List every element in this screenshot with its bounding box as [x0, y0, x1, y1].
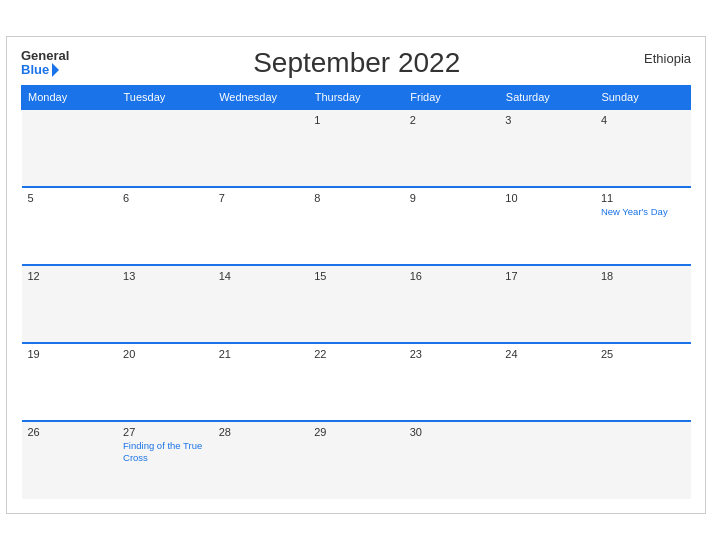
- day-number: 4: [601, 114, 685, 126]
- day-number: 29: [314, 426, 398, 438]
- logo-general-text: General: [21, 49, 69, 63]
- calendar-cell: [213, 109, 309, 187]
- day-number: 21: [219, 348, 303, 360]
- header-thursday: Thursday: [308, 86, 404, 110]
- calendar-cell: 12: [22, 265, 118, 343]
- calendar-cell: 11New Year's Day: [595, 187, 691, 265]
- calendar-cell: 24: [499, 343, 595, 421]
- calendar-cell: 9: [404, 187, 500, 265]
- calendar-cell: 18: [595, 265, 691, 343]
- calendar-week-row: 12131415161718: [22, 265, 691, 343]
- logo-blue-row: Blue: [21, 63, 59, 77]
- calendar-cell: 3: [499, 109, 595, 187]
- day-number: 9: [410, 192, 494, 204]
- calendar-cell: 23: [404, 343, 500, 421]
- day-number: 7: [219, 192, 303, 204]
- calendar-country: Ethiopia: [644, 47, 691, 66]
- calendar-cell: 13: [117, 265, 213, 343]
- day-number: 14: [219, 270, 303, 282]
- calendar-cell: 4: [595, 109, 691, 187]
- calendar-cell: 5: [22, 187, 118, 265]
- header-saturday: Saturday: [499, 86, 595, 110]
- day-number: 23: [410, 348, 494, 360]
- calendar-cell: 6: [117, 187, 213, 265]
- calendar-cell: [595, 421, 691, 499]
- calendar-cell: 15: [308, 265, 404, 343]
- calendar-cell: 16: [404, 265, 500, 343]
- day-number: 20: [123, 348, 207, 360]
- day-number: 13: [123, 270, 207, 282]
- calendar-cell: 7: [213, 187, 309, 265]
- logo-triangle-icon: [52, 63, 59, 77]
- header-sunday: Sunday: [595, 86, 691, 110]
- calendar-cell: 1: [308, 109, 404, 187]
- day-number: 19: [28, 348, 112, 360]
- calendar-container: General Blue September 2022 Ethiopia Mon…: [6, 36, 706, 514]
- day-number: 17: [505, 270, 589, 282]
- calendar-cell: [499, 421, 595, 499]
- day-number: 1: [314, 114, 398, 126]
- calendar-title: September 2022: [69, 47, 644, 79]
- calendar-cell: 26: [22, 421, 118, 499]
- day-number: 16: [410, 270, 494, 282]
- calendar-cell: 22: [308, 343, 404, 421]
- calendar-cell: 20: [117, 343, 213, 421]
- day-number: 15: [314, 270, 398, 282]
- calendar-cell: [117, 109, 213, 187]
- calendar-week-row: 1234: [22, 109, 691, 187]
- calendar-cell: 14: [213, 265, 309, 343]
- calendar-header: General Blue September 2022 Ethiopia: [21, 47, 691, 79]
- calendar-cell: 10: [499, 187, 595, 265]
- calendar-cell: 29: [308, 421, 404, 499]
- day-number: 28: [219, 426, 303, 438]
- holiday-label: New Year's Day: [601, 206, 685, 218]
- header-monday: Monday: [22, 86, 118, 110]
- day-number: 27: [123, 426, 207, 438]
- holiday-label: Finding of the True Cross: [123, 440, 207, 465]
- calendar-cell: [22, 109, 118, 187]
- day-number: 12: [28, 270, 112, 282]
- calendar-cell: 27Finding of the True Cross: [117, 421, 213, 499]
- calendar-week-row: 567891011New Year's Day: [22, 187, 691, 265]
- day-number: 11: [601, 192, 685, 204]
- calendar-cell: 8: [308, 187, 404, 265]
- day-number: 3: [505, 114, 589, 126]
- day-number: 6: [123, 192, 207, 204]
- logo-blue-text: Blue: [21, 63, 49, 77]
- calendar-week-row: 2627Finding of the True Cross282930: [22, 421, 691, 499]
- day-number: 22: [314, 348, 398, 360]
- day-number: 2: [410, 114, 494, 126]
- weekday-header-row: Monday Tuesday Wednesday Thursday Friday…: [22, 86, 691, 110]
- day-number: 25: [601, 348, 685, 360]
- calendar-grid: Monday Tuesday Wednesday Thursday Friday…: [21, 85, 691, 499]
- calendar-cell: 21: [213, 343, 309, 421]
- day-number: 26: [28, 426, 112, 438]
- day-number: 30: [410, 426, 494, 438]
- calendar-cell: 17: [499, 265, 595, 343]
- header-tuesday: Tuesday: [117, 86, 213, 110]
- day-number: 5: [28, 192, 112, 204]
- header-wednesday: Wednesday: [213, 86, 309, 110]
- header-friday: Friday: [404, 86, 500, 110]
- day-number: 18: [601, 270, 685, 282]
- calendar-week-row: 19202122232425: [22, 343, 691, 421]
- day-number: 10: [505, 192, 589, 204]
- day-number: 24: [505, 348, 589, 360]
- day-number: 8: [314, 192, 398, 204]
- calendar-cell: 30: [404, 421, 500, 499]
- calendar-cell: 25: [595, 343, 691, 421]
- calendar-cell: 28: [213, 421, 309, 499]
- logo: General Blue: [21, 49, 69, 78]
- calendar-cell: 2: [404, 109, 500, 187]
- calendar-cell: 19: [22, 343, 118, 421]
